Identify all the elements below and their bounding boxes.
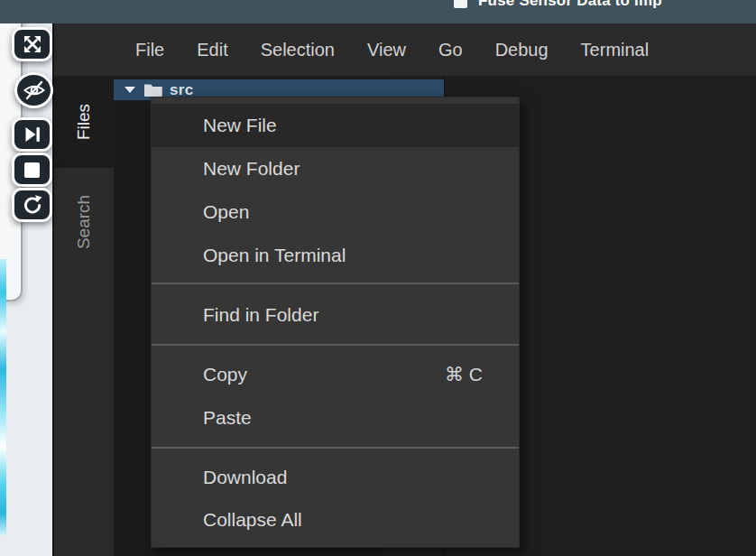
- menu-item-shortcut: ⌘ C: [445, 364, 483, 385]
- menu-item-new-file[interactable]: New File: [152, 104, 519, 147]
- hide-button[interactable]: [14, 72, 53, 108]
- stop-button[interactable]: [12, 153, 52, 187]
- menu-item-open-in-terminal[interactable]: Open in Terminal: [152, 234, 519, 277]
- tab-files-label: Files: [74, 104, 94, 140]
- menu-item-label: Download: [203, 467, 287, 488]
- menubar: File Edit Selection View Go Debug Termin…: [54, 23, 756, 76]
- chevron-down-icon[interactable]: [124, 87, 135, 93]
- context-menu: New File New Folder Open Open in Termina…: [151, 97, 520, 548]
- restart-icon: [22, 194, 43, 216]
- expand-button[interactable]: [12, 27, 52, 61]
- menu-item-label: Copy: [203, 364, 247, 385]
- menu-item-label: Find in Folder: [203, 304, 318, 326]
- menu-item-download[interactable]: Download: [152, 456, 519, 499]
- menu-item-label: Open in Terminal: [203, 245, 346, 266]
- menu-item-label: Paste: [203, 407, 252, 429]
- page-image-strip: [0, 259, 6, 535]
- menu-separator: [152, 283, 519, 284]
- menubar-item-file[interactable]: File: [135, 40, 164, 60]
- menu-item-new-folder[interactable]: New Folder: [152, 147, 519, 190]
- menubar-item-edit[interactable]: Edit: [197, 40, 227, 60]
- side-tabbar: Files Search: [54, 76, 114, 556]
- browser-tab-title: Fuse Sensor Data to Imp: [478, 0, 662, 10]
- menu-item-label: Collapse All: [203, 509, 302, 531]
- expand-arrows-icon: [22, 33, 43, 55]
- step-forward-button[interactable]: [12, 117, 52, 152]
- page-icon: [454, 0, 467, 8]
- menu-item-label: Open: [203, 201, 249, 223]
- tab-files[interactable]: Files: [54, 76, 114, 168]
- browser-topbar: Fuse Sensor Data to Imp: [0, 0, 756, 23]
- eye-off-icon: [23, 79, 46, 102]
- menu-item-paste[interactable]: Paste: [152, 396, 519, 440]
- menubar-item-go[interactable]: Go: [438, 40, 463, 60]
- menubar-item-terminal[interactable]: Terminal: [581, 40, 650, 60]
- stop-icon: [24, 162, 40, 178]
- menu-item-collapse-all[interactable]: Collapse All: [152, 498, 519, 542]
- menu-item-open[interactable]: Open: [152, 190, 519, 234]
- folder-icon: [143, 83, 162, 97]
- tab-search[interactable]: Search: [54, 168, 114, 276]
- menu-separator: [152, 447, 519, 449]
- menu-item-label: New Folder: [203, 158, 300, 180]
- menu-item-copy[interactable]: Copy ⌘ C: [152, 353, 519, 396]
- menu-item-find-in-folder[interactable]: Find in Folder: [152, 293, 519, 337]
- menubar-item-selection[interactable]: Selection: [261, 40, 335, 60]
- menu-item-label: New File: [203, 115, 277, 136]
- menubar-item-debug[interactable]: Debug: [495, 40, 549, 60]
- menu-separator: [152, 344, 519, 346]
- menubar-item-view[interactable]: View: [367, 40, 406, 60]
- restart-button[interactable]: [12, 188, 52, 222]
- step-forward-icon: [23, 125, 42, 144]
- tab-search-label: Search: [74, 195, 94, 249]
- screenshot-root: Fuse Sensor Data to Imp: [0, 0, 756, 556]
- browser-tab[interactable]: Fuse Sensor Data to Imp: [454, 0, 662, 10]
